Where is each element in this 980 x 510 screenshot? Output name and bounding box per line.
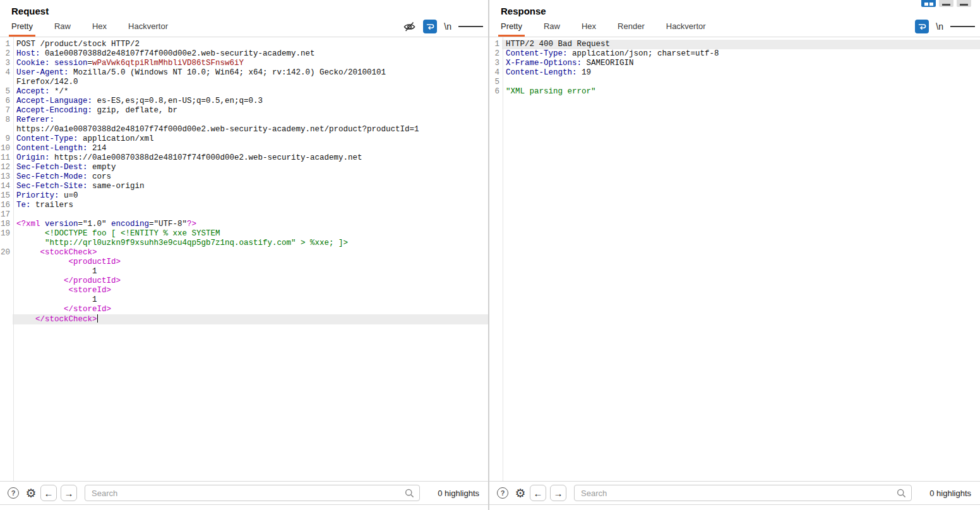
side-by-side-layout-button[interactable] — [921, 0, 936, 7]
response-highlights-count: 0 highlights — [922, 489, 971, 498]
editor-line: 7Accept-Encoding: gzip, deflate, br — [0, 106, 488, 116]
wrap-toggle-icon[interactable] — [915, 20, 929, 33]
response-panel: Response Pretty Raw Hex Render Hackverto… — [489, 0, 980, 510]
response-panel-title: Response — [501, 6, 980, 16]
request-panel-title: Request — [11, 6, 488, 16]
prev-match-button[interactable]: ← — [530, 485, 546, 501]
request-search-field-wrap — [85, 485, 420, 501]
layout-square-icon — [924, 3, 928, 6]
layout-square-icon — [929, 3, 933, 6]
editor-line: 1POST /product/stock HTTP/2 — [0, 40, 488, 49]
response-search-input[interactable] — [574, 485, 912, 501]
editor-line: 12Sec-Fetch-Dest: empty — [0, 163, 488, 172]
response-tab-hackvertor[interactable]: Hackvertor — [664, 20, 708, 37]
menu-icon[interactable] — [950, 25, 975, 29]
stacked-layout-button[interactable] — [939, 0, 953, 7]
editor-line: </productId> — [0, 276, 488, 286]
burp-repeater-window: Request Pretty Raw Hex Hackvertor — [0, 0, 980, 510]
next-match-button[interactable]: → — [550, 485, 566, 501]
bottom-strip — [0, 505, 488, 510]
editor-line: 9Content-Type: application/xml — [0, 134, 488, 144]
editor-line: 14Sec-Fetch-Site: same-origin — [0, 182, 488, 191]
response-search-bar: ? ⚙ ← → 0 highlights — [489, 481, 980, 505]
request-tab-pretty[interactable]: Pretty — [9, 20, 35, 37]
next-match-button[interactable]: → — [61, 485, 77, 501]
request-tabbar: Pretty Raw Hex Hackvertor — [0, 20, 488, 37]
help-icon[interactable]: ? — [494, 485, 511, 501]
editor-line: 20 <stockCheck> — [0, 248, 488, 258]
editor-line: 5 — [489, 78, 980, 87]
newline-chars-icon[interactable]: \n — [444, 21, 451, 32]
editor-line: 19 <!DOCTYPE foo [ <!ENTITY % xxe SYSTEM — [0, 229, 488, 239]
newline-chars-icon[interactable]: \n — [936, 21, 943, 32]
search-icon — [405, 489, 414, 501]
editor-line: 2Host: 0a1e00870388d2e48107f74f000d00e2.… — [0, 49, 488, 59]
request-highlights-count: 0 highlights — [430, 489, 479, 498]
editor-line: 18<?xml version="1.0" encoding="UTF-8"?> — [0, 220, 488, 229]
layout-bar-icon — [960, 4, 968, 6]
gear-icon[interactable]: ⚙ — [512, 485, 529, 501]
editor-line: https://0a1e00870388d2e48107f74f000d00e2… — [0, 125, 488, 134]
editor-line: 15Priority: u=0 — [0, 191, 488, 201]
editor-line: 8Referer: — [0, 116, 488, 125]
editor-line: 13Sec-Fetch-Mode: cors — [0, 172, 488, 182]
request-tab-hex[interactable]: Hex — [90, 20, 109, 37]
single-panel-layout-button[interactable] — [957, 0, 971, 7]
request-tab-hackvertor[interactable]: Hackvertor — [126, 20, 170, 37]
editor-line: Firefox/142.0 — [0, 78, 488, 87]
request-panel: Request Pretty Raw Hex Hackvertor — [0, 0, 488, 510]
response-tab-raw[interactable]: Raw — [541, 20, 563, 37]
search-icon — [897, 489, 906, 501]
editor-line: 4User-Agent: Mozilla/5.0 (Windows NT 10.… — [0, 68, 488, 78]
menu-icon[interactable] — [458, 25, 483, 29]
editor-line: </stockCheck> — [0, 314, 488, 324]
editor-line: 5Accept: */* — [0, 87, 488, 97]
editor-line: <storeId> — [0, 286, 488, 295]
response-search-field-wrap — [574, 485, 912, 501]
eye-hidden-icon[interactable] — [403, 21, 416, 32]
layout-bar-icon — [942, 4, 950, 6]
layout-toggle-group — [921, 0, 971, 7]
request-search-bar: ? ⚙ ← → 0 highlights — [0, 481, 488, 505]
editor-line: 17 — [0, 210, 488, 220]
editor-line: 16Te: trailers — [0, 201, 488, 210]
text-cursor — [97, 314, 98, 323]
response-tabbar: Pretty Raw Hex Render Hackvertor \n — [489, 20, 980, 37]
editor-line: 3X-Frame-Options: SAMEORIGIN — [489, 59, 980, 68]
editor-line: <productId> — [0, 258, 488, 267]
response-editor[interactable]: 1HTTP/2 400 Bad Request2Content-Type: ap… — [489, 37, 980, 481]
editor-line: 1HTTP/2 400 Bad Request — [489, 40, 980, 49]
editor-line: 2Content-Type: application/json; charset… — [489, 49, 980, 59]
editor-line: 6Accept-Language: es-ES,es;q=0.8,en-US;q… — [0, 97, 488, 106]
wrap-toggle-icon[interactable] — [423, 20, 437, 33]
request-editor[interactable]: 1POST /product/stock HTTP/22Host: 0a1e00… — [0, 37, 488, 481]
response-tab-pretty[interactable]: Pretty — [498, 20, 525, 37]
editor-line: 1 — [0, 295, 488, 305]
request-editor-toolbar: \n — [403, 20, 483, 37]
editor-line: 6"XML parsing error" — [489, 87, 980, 97]
editor-line: 10Content-Length: 214 — [0, 144, 488, 153]
help-icon[interactable]: ? — [5, 485, 21, 501]
request-tab-raw[interactable]: Raw — [52, 20, 73, 37]
gear-icon[interactable]: ⚙ — [23, 485, 39, 501]
editor-line: 1 — [0, 267, 488, 276]
request-search-input[interactable] — [85, 485, 420, 501]
editor-line: "http://qrl0uzkn9f9xsuhh3e9cu4qp5gb7z1nq… — [0, 239, 488, 248]
editor-line: 3Cookie: session=wPaVwk6qtpiRlmMhbliVD86… — [0, 59, 488, 68]
prev-match-button[interactable]: ← — [40, 485, 57, 501]
editor-line: 11Origin: https://0a1e00870388d2e48107f7… — [0, 153, 488, 163]
bottom-strip — [489, 505, 980, 510]
editor-line: 4Content-Length: 19 — [489, 68, 980, 78]
response-tab-hex[interactable]: Hex — [579, 20, 599, 37]
response-editor-toolbar: \n — [915, 20, 975, 37]
response-tab-render[interactable]: Render — [615, 20, 647, 37]
editor-line: </storeId> — [0, 305, 488, 314]
